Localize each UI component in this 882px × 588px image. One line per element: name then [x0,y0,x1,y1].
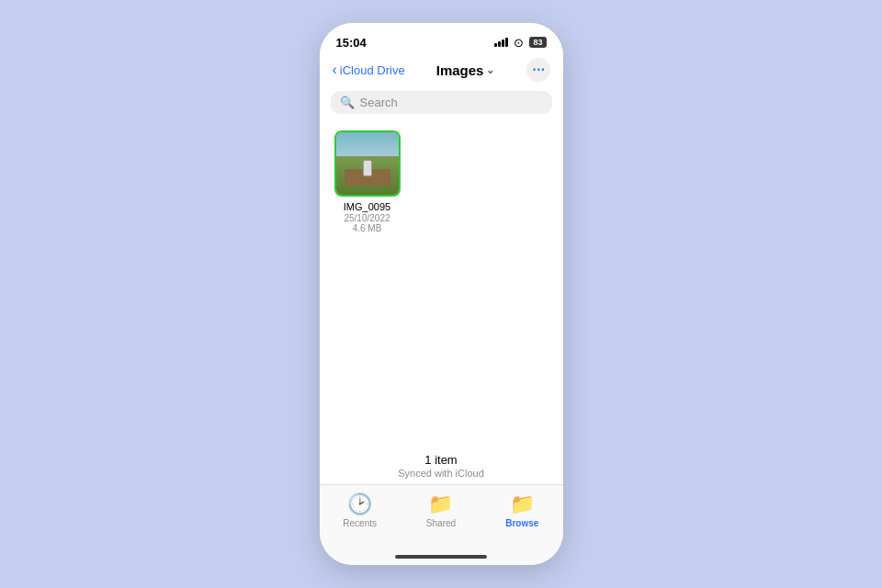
tab-shared[interactable]: 📁 Shared [413,492,469,528]
phone-frame: 15:04 ⊙ 83 ‹ iCloud Drive Images ⌄ ⋯ [320,23,563,565]
tab-browse-label: Browse [505,518,538,528]
thumb-sky [336,132,399,157]
file-size: 4.6 MB [353,223,382,233]
back-chevron-icon: ‹ [333,62,337,78]
tab-shared-label: Shared [426,518,456,528]
battery-badge: 83 [529,37,546,48]
nav-title-text: Images [436,62,484,78]
nav-title: Images ⌄ [436,62,495,78]
thumb-phone-object [363,160,372,176]
recents-icon: 🕑 [347,492,372,516]
more-options-button[interactable]: ⋯ [526,58,550,82]
tab-recents-label: Recents [343,518,377,528]
status-time: 15:04 [336,36,367,50]
thumbnail-image [336,132,399,195]
file-item[interactable]: IMG_0095 25/10/2022 4.6 MB [331,130,404,233]
status-icons: ⊙ 83 [494,36,546,50]
tab-browse[interactable]: 📁 Browse [494,492,549,528]
search-bar: 🔍 Search [320,85,563,121]
file-thumbnail [334,130,401,197]
sync-status: Synced with iCloud [320,468,563,479]
home-bar [395,555,487,559]
home-indicator [320,548,563,565]
footer-status: 1 item Synced with iCloud [320,453,563,484]
shared-icon: 📁 [428,492,453,516]
ellipsis-icon: ⋯ [532,62,545,77]
search-input-wrap[interactable]: 🔍 Search [331,91,552,114]
title-chevron-icon: ⌄ [486,64,494,76]
status-bar: 15:04 ⊙ 83 [320,23,563,56]
item-count: 1 item [320,453,563,467]
browse-icon: 📁 [510,492,535,516]
main-content: IMG_0095 25/10/2022 4.6 MB [320,121,563,453]
tab-recents[interactable]: 🕑 Recents [333,492,388,528]
cellular-signal-icon [494,38,508,47]
tab-bar: 🕑 Recents 📁 Shared 📁 Browse [320,484,563,548]
file-date: 25/10/2022 [344,213,390,223]
search-placeholder: Search [360,96,398,109]
back-label: iCloud Drive [340,63,405,77]
search-icon: 🔍 [340,96,355,109]
nav-bar: ‹ iCloud Drive Images ⌄ ⋯ [320,56,563,85]
wifi-icon: ⊙ [514,36,524,50]
back-button[interactable]: ‹ iCloud Drive [333,62,405,78]
file-name: IMG_0095 [344,201,390,212]
